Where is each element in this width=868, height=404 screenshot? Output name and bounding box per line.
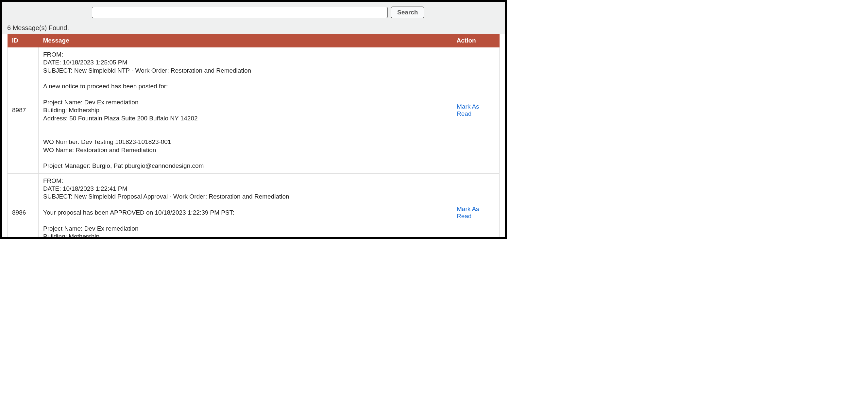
cell-id: 8987: [7, 48, 38, 173]
search-row: Search: [2, 6, 505, 18]
search-input[interactable]: [92, 7, 388, 18]
cell-id: 8986: [7, 173, 38, 239]
toolbar: Search: [2, 2, 505, 22]
app-frame: Search 6 Message(s) Found. ID Message Ac…: [0, 0, 507, 239]
cell-action: Mark As Read: [452, 48, 500, 173]
mark-as-read-link[interactable]: Mark As Read: [457, 205, 479, 220]
cell-action: Mark As Read: [452, 173, 500, 239]
table-row: 8986FROM: DATE: 10/18/2023 1:22:41 PM SU…: [7, 173, 500, 239]
table-header-row: ID Message Action: [7, 34, 500, 48]
column-header-message: Message: [38, 34, 452, 48]
column-header-action: Action: [452, 34, 500, 48]
cell-message: FROM: DATE: 10/18/2023 1:25:05 PM SUBJEC…: [38, 48, 452, 173]
table-wrap: ID Message Action 8987FROM: DATE: 10/18/…: [2, 34, 505, 239]
mark-as-read-link[interactable]: Mark As Read: [457, 103, 479, 117]
table-row: 8987FROM: DATE: 10/18/2023 1:25:05 PM SU…: [7, 48, 500, 173]
search-button[interactable]: Search: [391, 6, 424, 18]
messages-table: ID Message Action 8987FROM: DATE: 10/18/…: [7, 34, 500, 239]
status-text: 6 Message(s) Found.: [2, 22, 505, 34]
cell-message: FROM: DATE: 10/18/2023 1:22:41 PM SUBJEC…: [38, 173, 452, 239]
column-header-id: ID: [7, 34, 38, 48]
